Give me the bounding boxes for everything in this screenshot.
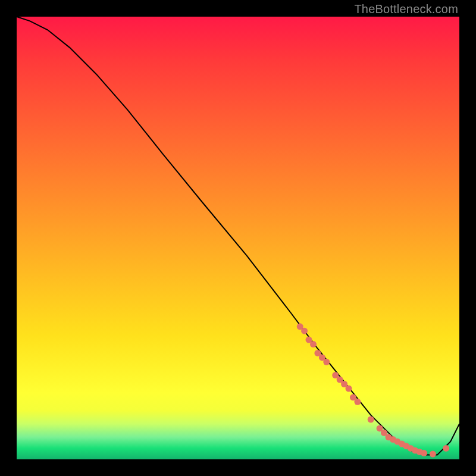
data-marker <box>368 416 374 423</box>
data-marker <box>323 359 330 365</box>
bottleneck-curve <box>17 17 459 455</box>
data-marker <box>354 399 361 405</box>
curve-layer <box>17 17 459 459</box>
data-marker <box>310 341 317 347</box>
chart-frame: TheBottleneck.com <box>0 0 476 476</box>
data-marker <box>346 386 352 392</box>
data-marker <box>443 445 449 452</box>
watermark-text: TheBottleneck.com <box>354 2 458 16</box>
data-marker <box>430 451 436 458</box>
data-markers <box>297 323 450 457</box>
data-marker <box>421 450 427 456</box>
plot-area <box>17 17 459 459</box>
data-marker <box>301 328 308 334</box>
